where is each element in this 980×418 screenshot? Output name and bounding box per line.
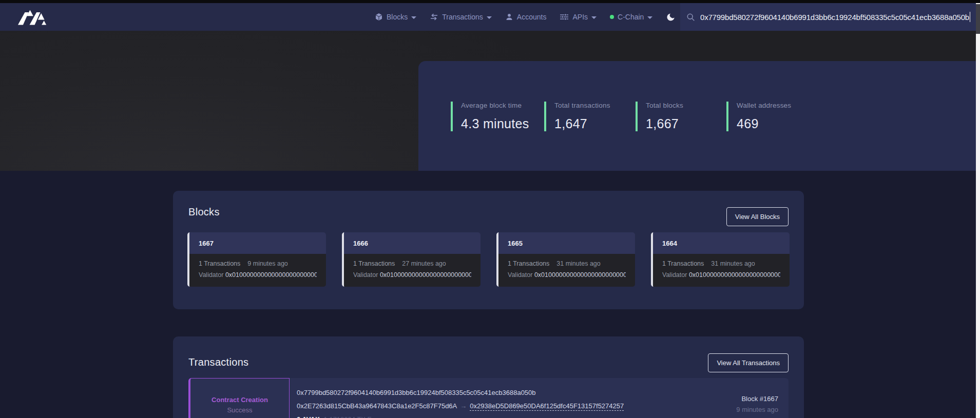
block-card-1667[interactable]: 1667 1 Transactions9 minutes ago Validat… [187, 232, 326, 287]
transaction-hash[interactable]: 0x7799bd580272f9604140b6991d3bb6c19924bf… [297, 386, 624, 400]
theme-toggle[interactable] [666, 12, 676, 22]
transaction-details: 0x7799bd580272f9604140b6991d3bb6c19924bf… [297, 386, 624, 418]
stat-wallet-addresses: Wallet addresses 469 [726, 102, 791, 131]
validator-address: 0x0100000000000000000000000... [534, 271, 626, 278]
stat-label: Wallet addresses [737, 102, 791, 109]
block-card-body: 1 Transactions31 minutes ago Validator 0… [653, 254, 790, 287]
block-time: 27 minutes ago [402, 260, 446, 267]
nav-label-apis: APIs [572, 13, 588, 21]
transaction-row[interactable]: Contract Creation Success 0x7799bd580272… [188, 378, 789, 418]
moon-icon [666, 12, 676, 22]
chevron-down-icon [411, 16, 416, 19]
chevron-down-icon [647, 16, 652, 19]
nav-label-accounts: Accounts [517, 13, 547, 21]
search-value: 0x7799bd580272f9604140b6991d3bb6c19924bf… [700, 13, 969, 22]
chevron-down-icon [591, 16, 597, 19]
block-tx-count: 1 Transactions [508, 260, 549, 267]
stat-label: Total transactions [554, 102, 610, 109]
person-icon [505, 13, 513, 21]
block-card-1666[interactable]: 1666 1 Transactions27 minutes ago Valida… [342, 232, 481, 287]
nav-item-apis[interactable]: APIs [560, 13, 597, 21]
avalanche-logo-icon[interactable] [17, 9, 47, 26]
validator-address: 0x0100000000000000000000000... [380, 271, 471, 278]
transactions-section-title: Transactions [188, 356, 248, 368]
block-tx-count: 1 Transactions [353, 260, 395, 267]
block-card-body: 1 Transactions27 minutes ago Validator 0… [344, 254, 481, 287]
transaction-type: Contract Creation [212, 396, 268, 404]
block-time: 31 minutes ago [711, 260, 755, 267]
transaction-value-line: 0 AVAX1.1718604 TX Fee [297, 413, 624, 418]
blocks-section-title: Blocks [188, 206, 220, 218]
nav-links: Blocks Transactions Accounts [375, 3, 676, 31]
stat-average-block-time: Average block time 4.3 minutes [451, 102, 529, 131]
chevron-down-icon [487, 16, 492, 19]
block-number: 1667 [189, 232, 326, 254]
block-time: 9 minutes ago [247, 260, 288, 267]
transactions-section: Transactions View All Transactions Contr… [173, 336, 804, 418]
transaction-amount: 0 AVAX [297, 415, 320, 418]
nav-label-chain: C-Chain [618, 13, 644, 21]
block-cards-row: 1667 1 Transactions9 minutes ago Validat… [187, 232, 790, 287]
stat-value: 4.3 minutes [461, 116, 529, 131]
view-all-blocks-button[interactable]: View All Blocks [726, 207, 789, 226]
stats-panel: Average block time 4.3 minutes Total tra… [418, 61, 976, 171]
stat-label: Total blocks [646, 102, 683, 109]
block-tx-count: 1 Transactions [662, 260, 704, 267]
block-number: 1665 [498, 232, 635, 254]
sliders-icon [560, 13, 569, 21]
navbar: Blocks Transactions Accounts [0, 3, 980, 31]
transaction-time: 9 minutes ago [736, 404, 778, 415]
validator-label: Validator [353, 271, 378, 278]
transaction-fee: 1.1718604 TX Fee [324, 415, 379, 418]
block-number: 1666 [344, 232, 481, 254]
magnifier-icon [686, 13, 695, 22]
to-address[interactable]: 0x2938eD5D869e50DA6f125dfc45F13157f52742… [470, 402, 624, 411]
validator-label: Validator [508, 271, 532, 278]
arrow-right-icon: → [457, 402, 470, 410]
block-card-body: 1 Transactions31 minutes ago Validator 0… [498, 254, 635, 287]
validator-address: 0x0100000000000000000000000... [689, 271, 780, 278]
green-status-dot-icon [610, 15, 614, 19]
hero-banner: Average block time 4.3 minutes Total tra… [0, 31, 976, 171]
validator-label: Validator [199, 271, 223, 278]
stat-value: 1,647 [554, 116, 610, 131]
stat-label: Average block time [461, 102, 529, 109]
cube-icon [375, 13, 383, 21]
search-input[interactable]: 0x7799bd580272f9604140b6991d3bb6c19924bf… [680, 3, 976, 31]
nav-label-blocks: Blocks [387, 13, 408, 21]
stat-value: 1,667 [646, 116, 683, 131]
swap-arrows-icon [430, 13, 438, 21]
transaction-block-ref[interactable]: Block #1667 [736, 393, 778, 404]
stat-total-transactions: Total transactions 1,647 [544, 102, 610, 131]
validator-label: Validator [662, 271, 687, 278]
nav-item-transactions[interactable]: Transactions [430, 13, 492, 21]
nav-label-transactions: Transactions [442, 13, 483, 21]
view-all-transactions-button[interactable]: View All Transactions [708, 353, 789, 372]
transaction-status: Success [227, 406, 252, 414]
block-time: 31 minutes ago [556, 260, 600, 267]
nav-item-chain-selector[interactable]: C-Chain [610, 13, 652, 21]
text-caret [970, 12, 971, 22]
nav-item-accounts[interactable]: Accounts [505, 13, 547, 21]
block-tx-count: 1 Transactions [199, 260, 240, 267]
transaction-status-card: Contract Creation Success [188, 378, 290, 418]
transaction-addresses: 0x2E7263d815CbB43a9647843C8a1e2F5c87F75d… [297, 400, 624, 413]
scrollbar-thumb[interactable] [976, 4, 980, 34]
stat-value: 469 [737, 116, 791, 131]
block-card-1664[interactable]: 1664 1 Transactions31 minutes ago Valida… [651, 232, 790, 287]
validator-address: 0x0100000000000000000000000... [225, 271, 317, 278]
block-card-1665[interactable]: 1665 1 Transactions31 minutes ago Valida… [496, 232, 635, 287]
nav-item-blocks[interactable]: Blocks [375, 13, 416, 21]
transaction-block-info: Block #1667 9 minutes ago [736, 393, 778, 415]
stat-total-blocks: Total blocks 1,667 [636, 102, 683, 131]
blocks-section: Blocks View All Blocks 1667 1 Transactio… [173, 191, 804, 309]
block-card-body: 1 Transactions9 minutes ago Validator 0x… [189, 254, 326, 287]
block-number: 1664 [653, 232, 790, 254]
page-scrollbar[interactable] [976, 3, 980, 418]
from-address[interactable]: 0x2E7263d815CbB43a9647843C8a1e2F5c87F75d… [297, 402, 457, 410]
